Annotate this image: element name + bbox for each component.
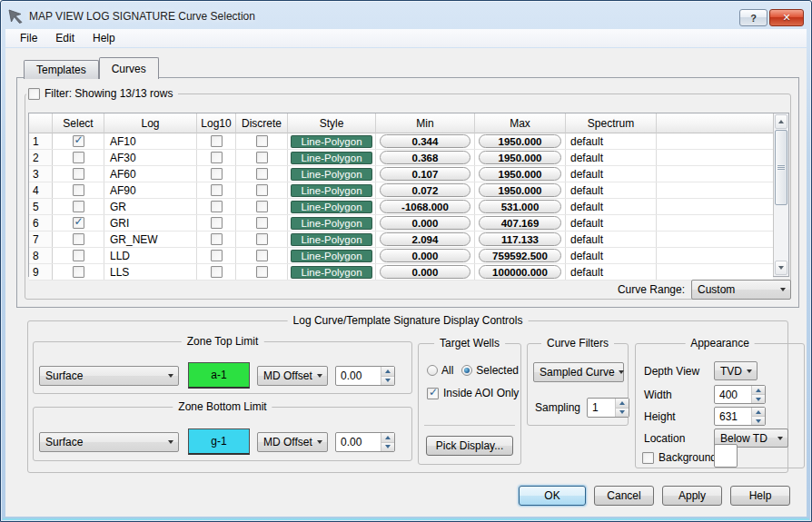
spin-up-button[interactable] [752, 408, 765, 416]
log10-checkbox[interactable] [211, 266, 223, 278]
zone-top-marker-button[interactable]: a-1 [188, 362, 250, 389]
max-button[interactable]: 1950.000 [479, 167, 561, 181]
vertical-scrollbar[interactable] [773, 113, 788, 276]
min-button[interactable]: 0.344 [380, 134, 470, 148]
menu-help[interactable]: Help [84, 30, 124, 46]
log-name-cell[interactable]: GR_NEW [104, 231, 197, 247]
log-name-cell[interactable]: GRI [104, 215, 197, 231]
spectrum-cell[interactable]: default [566, 264, 657, 280]
style-button[interactable]: Line-Polygon [291, 201, 372, 213]
tab-curves[interactable]: Curves [99, 57, 159, 79]
discrete-checkbox[interactable] [256, 184, 268, 196]
max-button[interactable]: 1950.000 [479, 151, 561, 164]
min-button[interactable]: 0.072 [380, 183, 470, 197]
log10-checkbox[interactable] [211, 152, 223, 163]
style-button[interactable]: Line-Polygon [291, 217, 372, 230]
style-button[interactable]: Line-Polygon [291, 233, 372, 246]
spin-down-button[interactable] [616, 408, 629, 418]
select-checkbox[interactable] [73, 152, 84, 163]
log-name-cell[interactable]: LLS [104, 264, 197, 280]
log-name-cell[interactable]: GR [104, 199, 197, 214]
min-button[interactable]: 0.000 [380, 216, 470, 230]
style-button[interactable]: Line-Polygon [291, 152, 372, 164]
log-name-cell[interactable]: AF90 [104, 182, 197, 198]
select-checkbox[interactable] [73, 266, 84, 278]
max-button[interactable]: 407.169 [479, 216, 561, 230]
log10-checkbox[interactable] [211, 135, 223, 147]
discrete-checkbox[interactable] [256, 168, 268, 180]
curve-filter-mode-combobox[interactable]: Sampled Curve [533, 362, 624, 382]
spin-down-button[interactable] [381, 376, 394, 386]
log10-checkbox[interactable] [211, 201, 223, 212]
select-checkbox[interactable] [73, 201, 84, 212]
spin-up-button[interactable] [381, 367, 394, 376]
height-spinbox[interactable]: 631 [714, 407, 766, 426]
discrete-checkbox[interactable] [256, 152, 268, 163]
menu-edit[interactable]: Edit [46, 30, 84, 46]
zone-bottom-surface-combobox[interactable]: Surface [39, 432, 179, 452]
max-button[interactable]: 100000.000 [479, 265, 561, 279]
apply-button[interactable]: Apply [662, 486, 722, 506]
max-button[interactable]: 117.133 [479, 232, 561, 246]
depth-view-combobox[interactable]: TVD [714, 361, 758, 380]
select-checkbox[interactable] [73, 184, 84, 196]
log10-checkbox[interactable] [211, 217, 223, 229]
curve-range-combobox[interactable]: Custom [691, 280, 791, 300]
zone-top-surface-combobox[interactable]: Surface [39, 366, 179, 386]
spectrum-cell[interactable]: default [566, 150, 657, 165]
zone-bottom-offset-mode-combobox[interactable]: MD Offset [257, 432, 328, 452]
help-button[interactable]: Help [730, 486, 790, 506]
log-name-cell[interactable]: AF30 [104, 150, 197, 165]
background-checkbox[interactable] [642, 452, 654, 464]
spin-down-button[interactable] [752, 416, 765, 425]
tab-templates[interactable]: Templates [24, 60, 99, 79]
filter-checkbox[interactable] [28, 88, 40, 100]
select-checkbox[interactable] [73, 135, 84, 147]
log-name-cell[interactable]: AF10 [104, 133, 197, 149]
discrete-checkbox[interactable] [256, 250, 268, 261]
background-color-swatch[interactable] [714, 444, 738, 468]
zone-bottom-offset-spinbox[interactable]: 0.00 [335, 432, 395, 452]
spectrum-cell[interactable]: default [566, 199, 657, 214]
discrete-checkbox[interactable] [256, 135, 268, 147]
style-button[interactable]: Line-Polygon [291, 266, 372, 279]
spectrum-cell[interactable]: default [566, 133, 657, 149]
select-checkbox[interactable] [73, 233, 84, 245]
max-button[interactable]: 1950.000 [479, 134, 561, 148]
spin-down-button[interactable] [752, 394, 765, 403]
min-button[interactable]: 0.000 [380, 249, 470, 262]
log-name-cell[interactable]: AF60 [104, 166, 197, 182]
max-button[interactable]: 1950.000 [479, 183, 561, 197]
spectrum-cell[interactable]: default [566, 248, 657, 263]
spin-down-button[interactable] [381, 442, 394, 452]
window-close-button[interactable]: ✕ [769, 9, 804, 26]
inside-aoi-checkbox[interactable] [427, 388, 439, 399]
select-checkbox[interactable] [73, 217, 84, 229]
select-checkbox[interactable] [73, 168, 84, 180]
spin-up-button[interactable] [381, 433, 394, 442]
scroll-up-button[interactable] [775, 114, 787, 129]
min-button[interactable]: -1068.000 [380, 200, 470, 213]
discrete-checkbox[interactable] [256, 217, 268, 229]
min-button[interactable]: 2.094 [380, 232, 470, 246]
style-button[interactable]: Line-Polygon [291, 168, 372, 181]
spin-up-button[interactable] [752, 386, 765, 394]
window-help-button[interactable]: ? [739, 9, 767, 26]
zone-top-offset-spinbox[interactable]: 0.00 [335, 366, 395, 386]
scroll-down-button[interactable] [775, 261, 787, 275]
spectrum-cell[interactable]: default [566, 182, 657, 198]
max-button[interactable]: 759592.500 [479, 249, 561, 262]
log-name-cell[interactable]: LLD [104, 248, 197, 263]
cancel-button[interactable]: Cancel [594, 486, 654, 506]
select-checkbox[interactable] [73, 250, 84, 261]
spectrum-cell[interactable]: default [566, 231, 657, 247]
title-bar[interactable]: MAP VIEW LOG SIGNATURE Curve Selection [7, 5, 729, 27]
discrete-checkbox[interactable] [256, 201, 268, 212]
sampling-spinbox[interactable]: 1 [587, 398, 629, 418]
discrete-checkbox[interactable] [256, 233, 268, 245]
log10-checkbox[interactable] [211, 250, 223, 261]
scrollbar-thumb[interactable] [775, 130, 787, 205]
radio-selected[interactable] [461, 365, 472, 376]
radio-all[interactable] [427, 365, 438, 376]
pick-display-button[interactable]: Pick Display... [426, 436, 513, 456]
